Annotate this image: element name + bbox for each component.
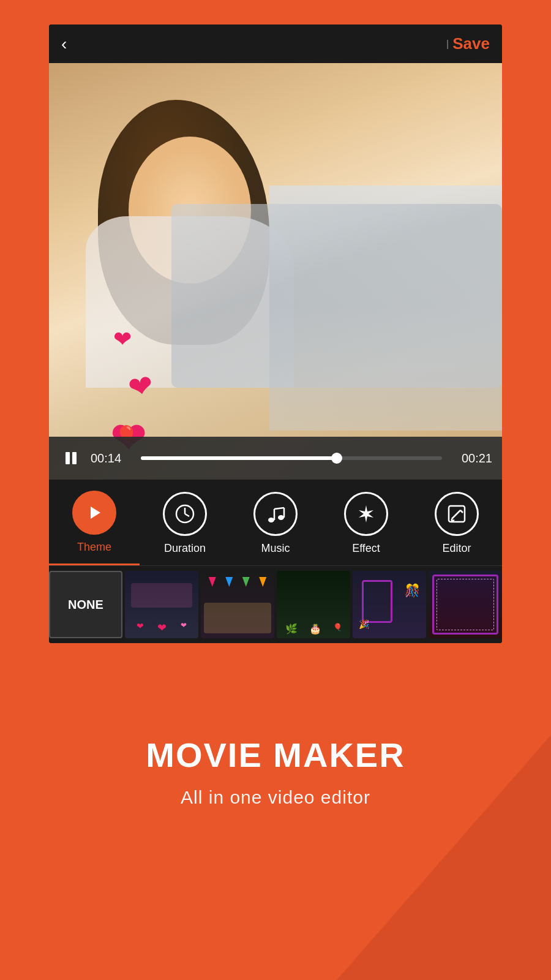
current-time: 00:14 bbox=[91, 451, 133, 466]
music-icon bbox=[264, 503, 287, 525]
clock-icon bbox=[174, 503, 196, 525]
duration-label: Duration bbox=[164, 542, 206, 555]
app-subtitle: All in one video editor bbox=[12, 787, 539, 808]
editor-label: Editor bbox=[442, 542, 471, 555]
effect-label: Effect bbox=[352, 542, 380, 555]
svg-rect-1 bbox=[72, 452, 77, 464]
music-icon-circle bbox=[253, 492, 298, 536]
toolbar-effect[interactable]: Effect bbox=[321, 480, 411, 565]
video-frame bbox=[49, 63, 502, 437]
progress-fill bbox=[141, 456, 337, 460]
theme-confetti[interactable]: 🎊 🎉 bbox=[353, 571, 426, 638]
music-label: Music bbox=[261, 542, 290, 555]
toolbar-editor[interactable]: Editor bbox=[411, 480, 502, 565]
toolbar-theme[interactable]: Theme bbox=[49, 480, 140, 565]
editor-icon-circle bbox=[435, 492, 479, 536]
themes-row: NONE ❤ ❤ ❤ 🌿 🎂 🎈 bbox=[49, 566, 502, 643]
main-content: MOVIE MAKER All in one video editor bbox=[0, 710, 551, 832]
bottom-toolbar: Theme Duration bbox=[49, 480, 502, 566]
svg-point-7 bbox=[278, 515, 284, 520]
theme-none[interactable]: NONE bbox=[49, 571, 122, 638]
theme-nature[interactable]: 🌿 🎂 🎈 bbox=[277, 571, 350, 638]
svg-line-5 bbox=[185, 514, 189, 516]
app-title: MOVIE MAKER bbox=[12, 735, 539, 775]
sparkle-icon bbox=[355, 503, 377, 525]
theme-label: Theme bbox=[77, 541, 111, 554]
svg-line-10 bbox=[274, 508, 284, 509]
svg-point-6 bbox=[268, 518, 274, 522]
pause-button[interactable] bbox=[59, 446, 83, 470]
back-button[interactable]: ‹ bbox=[61, 36, 67, 53]
duration-icon-circle bbox=[163, 492, 207, 536]
playback-bar: 00:14 00:21 bbox=[49, 437, 502, 480]
progress-thumb[interactable] bbox=[331, 453, 342, 464]
save-button[interactable]: Save bbox=[452, 34, 490, 53]
theme-party[interactable] bbox=[201, 571, 274, 638]
toolbar-music[interactable]: Music bbox=[230, 480, 321, 565]
theme-border[interactable] bbox=[429, 571, 502, 638]
theme-none-label: NONE bbox=[68, 598, 103, 612]
app-container: ‹ | Save 🎀 bbox=[49, 24, 502, 643]
svg-marker-2 bbox=[91, 507, 100, 519]
play-icon bbox=[83, 502, 105, 524]
toolbar-duration[interactable]: Duration bbox=[140, 480, 230, 565]
total-time: 00:21 bbox=[449, 451, 492, 466]
svg-line-14 bbox=[460, 510, 463, 513]
svg-marker-11 bbox=[359, 505, 373, 522]
theme-hearts[interactable]: ❤ ❤ ❤ bbox=[125, 571, 198, 638]
video-area: 🎀 🎀 ❤ ❤ ❤ 🎈 00 bbox=[49, 63, 502, 480]
progress-bar[interactable] bbox=[141, 456, 442, 460]
svg-line-13 bbox=[452, 510, 460, 519]
effect-icon-circle bbox=[344, 492, 388, 536]
pause-icon bbox=[62, 450, 80, 467]
top-bar: ‹ | Save bbox=[49, 24, 502, 63]
theme-icon-circle bbox=[72, 491, 116, 535]
heart-small: ❤ bbox=[113, 326, 132, 352]
svg-rect-0 bbox=[66, 452, 70, 464]
edit-icon bbox=[446, 503, 468, 525]
separator: | bbox=[446, 39, 449, 50]
